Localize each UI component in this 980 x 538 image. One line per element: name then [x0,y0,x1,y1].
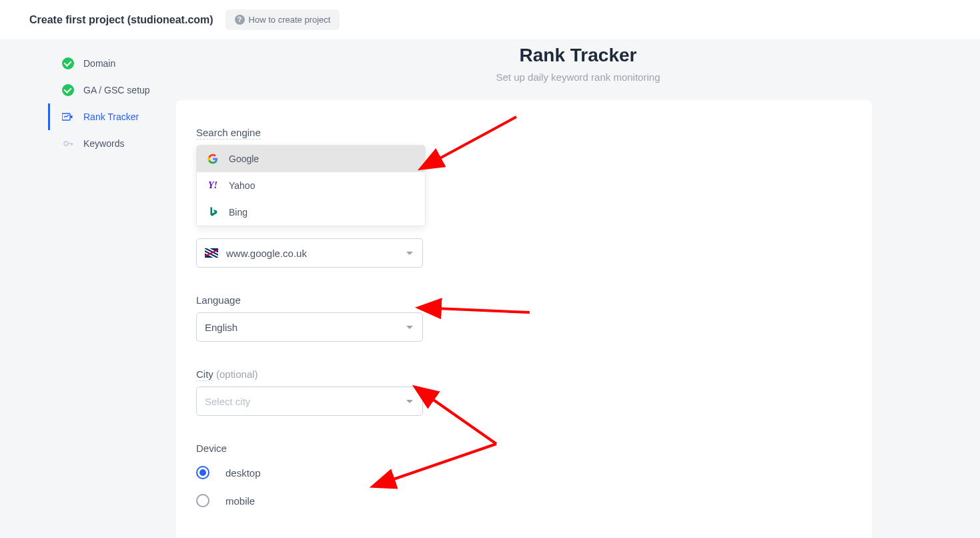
device-option-mobile[interactable]: mobile [196,494,852,507]
chevron-down-icon [406,252,413,255]
radio-icon [196,494,209,507]
language-select-value: English [205,322,237,333]
svg-line-3 [436,308,530,312]
page-title: Rank Tracker [176,45,980,66]
form-card: Search engine Google Y! Yahoo Bing [176,100,872,538]
top-bar: Create first project (studioneat.com) ? … [0,0,980,39]
svg-point-1 [64,142,68,146]
bing-icon [207,207,218,218]
language-select[interactable]: English [196,312,423,342]
chevron-down-icon [406,400,413,403]
device-option-desktop[interactable]: desktop [196,466,852,479]
search-engine-option-google[interactable]: Google [197,146,425,172]
question-icon: ? [235,15,245,25]
language-label: Language [196,294,852,306]
setup-steps-sidebar: Domain GA / GSC setup Rank Tracker Keywo… [48,39,176,538]
device-option-label: mobile [225,495,255,507]
yahoo-icon: Y! [207,180,218,191]
search-engine-dropdown: Google Y! Yahoo Bing [196,145,426,226]
sidebar-item-ga-gsc[interactable]: GA / GSC setup [48,77,176,103]
check-icon [62,84,74,96]
page-breadcrumb-title: Create first project (studioneat.com) [29,14,213,26]
sidebar-item-label: Keywords [83,138,124,149]
device-label: Device [196,443,852,454]
sidebar-item-domain[interactable]: Domain [48,50,176,77]
city-select-placeholder: Select city [205,396,250,407]
page-subtitle: Set up daily keyword rank monitoring [176,71,980,83]
svg-line-2 [436,117,516,160]
rank-tracker-icon [62,111,74,123]
region-select[interactable]: www.google.co.uk [196,238,423,268]
region-select-value: www.google.co.uk [226,248,307,259]
uk-flag-icon [205,248,218,258]
chevron-down-icon [406,326,413,329]
search-engine-label: Search engine [196,127,852,138]
search-engine-option-label: Google [229,154,259,164]
sidebar-item-label: Domain [83,58,115,69]
device-option-label: desktop [225,467,261,479]
check-icon [62,57,74,69]
city-label: City (optional) [196,368,852,380]
sidebar-item-label: GA / GSC setup [83,85,150,95]
svg-line-4 [430,397,496,444]
sidebar-item-keywords[interactable]: Keywords [48,130,176,157]
search-engine-option-bing[interactable]: Bing [197,199,425,226]
search-engine-option-yahoo[interactable]: Y! Yahoo [197,172,425,199]
annotation-arrow [430,113,523,170]
key-icon [62,138,74,150]
help-button[interactable]: ? How to create project [225,9,340,30]
radio-icon [196,466,209,479]
city-select[interactable]: Select city [196,386,423,416]
sidebar-item-label: Rank Tracker [83,111,139,122]
search-engine-option-label: Bing [229,207,248,218]
help-button-label: How to create project [249,15,331,25]
google-icon [207,154,218,164]
search-engine-option-label: Yahoo [229,180,255,191]
sidebar-item-rank-tracker[interactable]: Rank Tracker [48,103,176,130]
